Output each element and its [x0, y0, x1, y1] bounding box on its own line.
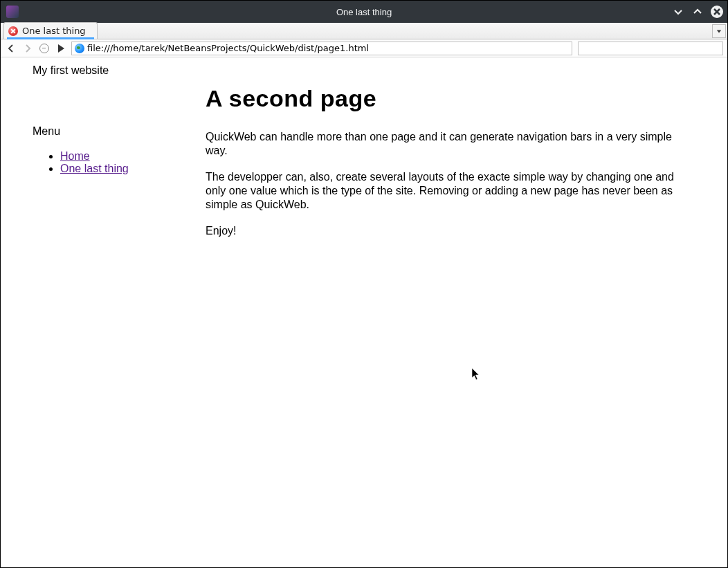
search-box[interactable] [578, 42, 723, 55]
rendered-page: My first website Menu Home One last thin… [1, 57, 727, 250]
paragraph: Enjoy! [206, 224, 695, 238]
mouse-cursor-icon [471, 367, 481, 384]
forward-button[interactable] [21, 42, 34, 55]
menu-list: Home One last thing [33, 150, 206, 175]
menu-link-home[interactable]: Home [60, 150, 90, 162]
window-controls [672, 6, 723, 18]
stop-reload-button[interactable] [38, 42, 51, 55]
sidebar-menu: Menu Home One last thing [33, 125, 206, 175]
paragraph: QuickWeb can handle more than one page a… [206, 130, 695, 158]
tab-label: One last thing [22, 26, 86, 36]
menu-link-one-last-thing[interactable]: One last thing [60, 163, 129, 174]
page-viewport: My first website Menu Home One last thin… [1, 57, 727, 567]
svg-marker-2 [717, 30, 721, 33]
window-title: One last thing [336, 7, 392, 17]
site-title: My first website [33, 64, 702, 77]
list-item: One last thing [60, 163, 206, 175]
maximize-icon[interactable] [691, 6, 704, 18]
navigation-toolbar: file:///home/tarek/NetBeansProjects/Quic… [1, 39, 727, 57]
url-bar[interactable]: file:///home/tarek/NetBeansProjects/Quic… [71, 42, 572, 55]
app-icon [6, 6, 19, 18]
svg-marker-3 [472, 368, 479, 380]
close-icon[interactable] [711, 6, 723, 18]
page-heading: A second page [206, 85, 695, 112]
menu-heading: Menu [33, 125, 206, 138]
paragraph: The developper can, also, create several… [206, 170, 695, 212]
tab-bar: One last thing [1, 23, 727, 39]
list-item: Home [60, 150, 206, 163]
minimize-icon[interactable] [672, 6, 684, 18]
play-button[interactable] [55, 42, 67, 55]
back-button[interactable] [5, 42, 17, 55]
tab-dropdown-icon[interactable] [712, 24, 726, 38]
app-window: One last thing One last thing [0, 0, 728, 568]
url-text: file:///home/tarek/NetBeansProjects/Quic… [87, 43, 369, 53]
browser-tab[interactable]: One last thing [3, 22, 98, 39]
titlebar: One last thing [1, 1, 727, 23]
error-icon [8, 26, 18, 36]
globe-icon [75, 44, 84, 53]
main-content: A second page QuickWeb can handle more t… [206, 125, 702, 250]
